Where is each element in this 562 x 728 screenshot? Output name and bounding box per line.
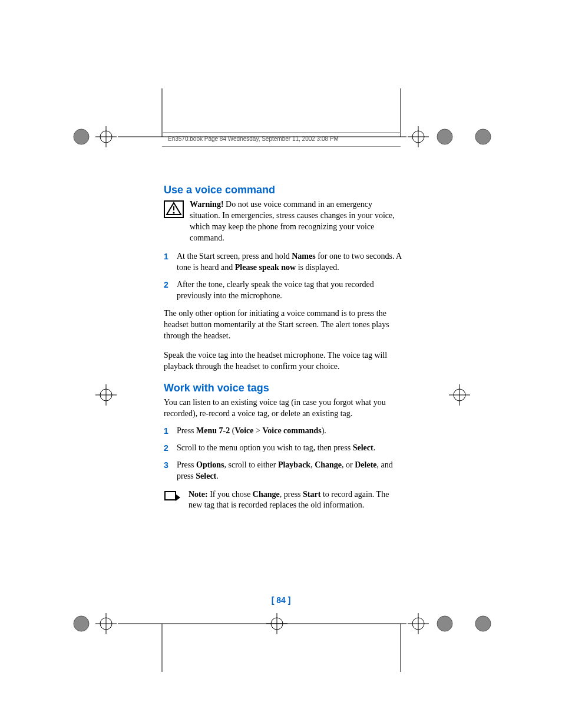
t: >: [254, 426, 263, 435]
t: If you chose: [208, 490, 253, 499]
page-content: Use a voice command Warning! Do not use …: [164, 183, 402, 511]
step-2: 2 After the tone, clearly speak the voic…: [164, 279, 402, 302]
paragraph: Speak the voice tag into the headset mic…: [164, 350, 402, 373]
t: At the Start screen, press and hold: [177, 252, 292, 261]
t: Scroll to the menu option you wish to ta…: [177, 443, 353, 452]
warning-text: Warning! Do not use voice command in an …: [190, 199, 402, 244]
bold-change: Change: [253, 490, 280, 499]
note-text: Note: If you chose Change, press Start t…: [189, 489, 402, 512]
step-text: Press Menu 7-2 (Voice > Voice commands).: [177, 426, 402, 437]
step-2: 2 Scroll to the menu option you wish to …: [164, 443, 402, 454]
t: .: [216, 472, 219, 480]
registration-marks-bottom: [71, 613, 495, 672]
step-number: 2: [164, 279, 177, 302]
svg-point-32: [437, 616, 452, 631]
step-number: 3: [164, 460, 177, 482]
step-number: 2: [164, 443, 177, 454]
bold-select: Select: [196, 472, 216, 480]
step-text: At the Start screen, press and hold Name…: [177, 251, 402, 274]
step-number: 1: [164, 251, 177, 274]
svg-point-18: [74, 616, 89, 631]
step-3: 3 Press Options, scroll to either Playba…: [164, 460, 402, 482]
header-rule-bottom: [162, 146, 401, 147]
intro-paragraph: You can listen to an existing voice tag …: [164, 397, 402, 420]
bold-please-speak: Please speak now: [235, 263, 296, 272]
warning-label: Warning!: [190, 200, 224, 209]
svg-marker-38: [176, 494, 180, 501]
heading-work-with-voice-tags: Work with voice tags: [164, 381, 402, 395]
step-1: 1 At the Start screen, press and hold Na…: [164, 251, 402, 274]
t: , press: [280, 490, 303, 499]
bold-options: Options: [196, 460, 224, 469]
svg-point-36: [173, 212, 175, 214]
svg-point-0: [74, 129, 89, 144]
steps-section1: 1 At the Start screen, press and hold Na…: [164, 251, 402, 302]
page-number: [ 84 ]: [0, 595, 562, 605]
bold-select: Select: [353, 443, 373, 452]
bold-voice: Voice: [234, 426, 253, 435]
bold-change: Change: [315, 460, 342, 469]
step-1: 1 Press Menu 7-2 (Voice > Voice commands…: [164, 426, 402, 437]
bold-menu: Menu 7-2: [196, 426, 230, 435]
t: Press: [177, 426, 196, 435]
warning-block: Warning! Do not use voice command in an …: [164, 199, 402, 244]
page-header-text: En3570.book Page 84 Wednesday, September…: [168, 136, 339, 142]
steps-section2: 1 Press Menu 7-2 (Voice > Voice commands…: [164, 426, 402, 482]
svg-point-11: [437, 129, 452, 144]
t: ).: [322, 426, 326, 435]
t: .: [373, 443, 376, 452]
t: Press: [177, 460, 196, 469]
note-block: Note: If you chose Change, press Start t…: [164, 489, 402, 512]
bold-delete: Delete: [355, 460, 376, 469]
note-icon: [164, 490, 181, 507]
step-text: Press Options, scroll to either Playback…: [177, 460, 402, 482]
note-label: Note:: [189, 490, 208, 499]
svg-rect-37: [165, 492, 176, 500]
svg-point-10: [475, 129, 491, 144]
bold-start: Start: [303, 490, 320, 499]
bold-playback: Playback: [278, 460, 310, 469]
paragraph: The only other option for initiating a v…: [164, 308, 402, 342]
heading-use-voice-command: Use a voice command: [164, 183, 402, 197]
step-text: After the tone, clearly speak the voice …: [177, 279, 402, 302]
step-number: 1: [164, 426, 177, 437]
t: , or: [342, 460, 355, 469]
bold-voice-commands: Voice commands: [262, 426, 321, 435]
step-text: Scroll to the menu option you wish to ta…: [177, 443, 402, 454]
t: , scroll to either: [224, 460, 278, 469]
bold-names: Names: [292, 252, 315, 261]
header-rule-top: [162, 132, 401, 133]
warning-icon: [164, 200, 184, 222]
t: is displayed.: [296, 263, 339, 272]
svg-point-31: [475, 616, 491, 631]
